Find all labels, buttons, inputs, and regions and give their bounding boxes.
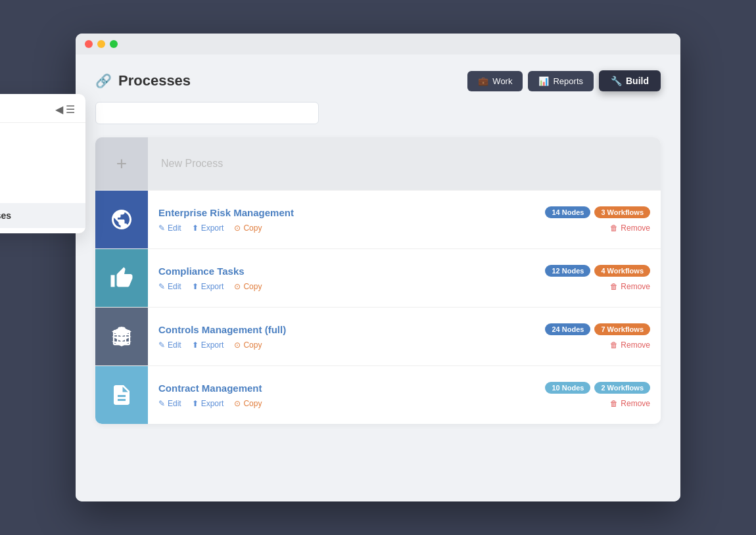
work-icon: 💼	[478, 76, 488, 86]
processes-label: Processes	[0, 210, 11, 221]
controls-management-nodes: 24 Nodes	[545, 323, 590, 335]
enterprise-risk-info: Enterprise Risk Management 14 Nodes 3 Wo…	[148, 191, 661, 248]
enterprise-risk-nodes: 14 Nodes	[545, 206, 590, 218]
controls-management-remove[interactable]: 🗑Remove	[610, 340, 650, 350]
sidebar-toggle[interactable]: ◀ ☰	[55, 103, 75, 116]
dot-yellow[interactable]	[97, 40, 105, 48]
controls-management-info: Controls Management (full) 24 Nodes 7 Wo…	[148, 308, 661, 365]
compliance-tasks-edit[interactable]: ✎Edit	[158, 282, 181, 291]
process-row: Controls Management (full) 24 Nodes 7 Wo…	[95, 307, 661, 365]
compliance-tasks-nodes: 12 Nodes	[545, 265, 590, 277]
compliance-tasks-remove[interactable]: 🗑Remove	[610, 282, 650, 291]
contract-management-icon	[95, 366, 148, 424]
page-title: Processes	[118, 72, 191, 89]
compliance-tasks-workflows: 4 Workflows	[594, 265, 650, 277]
process-row: Enterprise Risk Management 14 Nodes 3 Wo…	[95, 190, 661, 248]
processes-page-icon: 🔗	[95, 73, 112, 89]
sidebar-item-access[interactable]: 🔍 Access	[0, 128, 85, 153]
sidebar-nav: 🔍 Access ↩ Jobs ⊞ Layouts 🔗 Processes	[0, 123, 85, 233]
dot-green[interactable]	[110, 40, 118, 48]
enterprise-risk-name: Enterprise Risk Management	[158, 207, 294, 218]
menu-icon: ☰	[66, 103, 75, 116]
controls-management-copy[interactable]: ⊙Copy	[234, 340, 262, 350]
process-list: + New Process Enterprise Risk Management	[95, 137, 661, 424]
reports-icon: 📊	[538, 76, 549, 86]
new-process-row[interactable]: + New Process	[95, 137, 661, 190]
sidebar-item-layouts[interactable]: ⊞ Layouts	[0, 178, 85, 203]
enterprise-risk-workflows: 3 Workflows	[594, 206, 650, 218]
browser-content: 🔗 Processes 💼 Work 📊 Reports 🔧 Build	[76, 55, 680, 501]
build-icon: 🔧	[611, 76, 622, 86]
compliance-tasks-copy[interactable]: ⊙Copy	[234, 282, 262, 291]
contract-management-export[interactable]: ⬆Export	[192, 399, 224, 408]
sidebar-overlay: Build ◀ ☰ 🔍 Access ↩ Jobs ⊞ Layouts	[0, 94, 85, 233]
controls-management-icon	[95, 308, 148, 365]
page-title-area: 🔗 Processes	[95, 72, 191, 89]
enterprise-risk-remove[interactable]: 🗑Remove	[610, 223, 650, 233]
enterprise-risk-copy[interactable]: ⊙Copy	[234, 223, 262, 233]
contract-management-info: Contract Management 10 Nodes 2 Workflows…	[148, 366, 661, 424]
compliance-tasks-info: Compliance Tasks 12 Nodes 4 Workflows ✎E…	[148, 249, 661, 307]
compliance-tasks-export[interactable]: ⬆Export	[192, 282, 224, 291]
enterprise-risk-edit[interactable]: ✎Edit	[158, 223, 181, 233]
browser-titlebar	[76, 34, 680, 55]
sidebar-header: Build ◀ ☰	[0, 94, 85, 123]
header-buttons: 💼 Work 📊 Reports 🔧 Build	[467, 70, 661, 91]
dot-red[interactable]	[85, 40, 93, 48]
contract-management-edit[interactable]: ✎Edit	[158, 399, 181, 408]
controls-management-workflows: 7 Workflows	[594, 323, 650, 335]
controls-management-export[interactable]: ⬆Export	[192, 340, 224, 350]
process-row: Compliance Tasks 12 Nodes 4 Workflows ✎E…	[95, 248, 661, 307]
reports-button[interactable]: 📊 Reports	[528, 71, 594, 91]
search-input[interactable]	[95, 102, 319, 124]
build-button[interactable]: 🔧 Build	[599, 70, 661, 91]
work-button[interactable]: 💼 Work	[467, 71, 523, 91]
process-row: Contract Management 10 Nodes 2 Workflows…	[95, 365, 661, 424]
compliance-tasks-name: Compliance Tasks	[158, 266, 245, 277]
new-process-label: New Process	[148, 158, 236, 170]
contract-management-copy[interactable]: ⊙Copy	[234, 399, 262, 408]
contract-management-nodes: 10 Nodes	[545, 382, 590, 394]
controls-management-edit[interactable]: ✎Edit	[158, 340, 181, 350]
controls-management-name: Controls Management (full)	[158, 324, 286, 335]
contract-management-workflows: 2 Workflows	[594, 382, 650, 394]
enterprise-risk-export[interactable]: ⬆Export	[192, 223, 224, 233]
contract-management-name: Contract Management	[158, 383, 262, 394]
compliance-tasks-icon	[95, 249, 148, 307]
enterprise-risk-icon	[95, 191, 148, 248]
sidebar-item-processes[interactable]: 🔗 Processes	[0, 203, 85, 228]
page-header: 🔗 Processes 💼 Work 📊 Reports 🔧 Build	[95, 70, 661, 91]
sidebar-item-jobs[interactable]: ↩ Jobs	[0, 153, 85, 178]
new-process-icon: +	[95, 137, 148, 190]
contract-management-remove[interactable]: 🗑Remove	[610, 399, 650, 408]
chevron-icon: ◀	[55, 103, 63, 116]
